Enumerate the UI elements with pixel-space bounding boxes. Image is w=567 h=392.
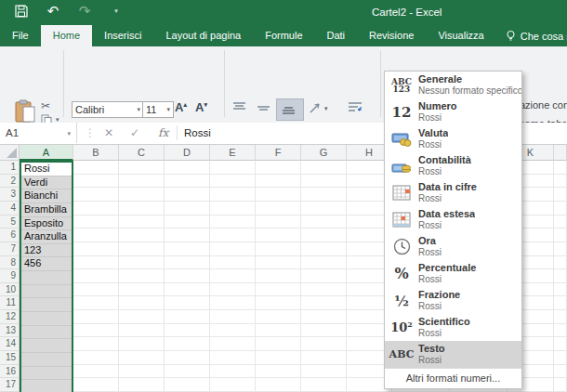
lightbulb-icon <box>506 30 516 42</box>
format-option-percentuale[interactable]: %PercentualeRossi <box>385 260 521 287</box>
format-option-numero[interactable]: 12NumeroRossi <box>385 98 521 125</box>
tab-home[interactable]: Home <box>41 25 92 46</box>
format-option-text: NumeroRossi <box>418 98 457 125</box>
fraction-format-icon: ½ <box>385 287 418 314</box>
row-header-6[interactable]: 6 <box>0 229 20 242</box>
tab-layout-di-pagina[interactable]: Layout di pagina <box>153 25 253 46</box>
redo-icon[interactable]: ↷ <box>76 3 93 20</box>
format-option-scientifico[interactable]: 102ScientificoRossi <box>385 314 521 341</box>
formula-content[interactable]: Rossi <box>184 123 211 143</box>
gridline-vertical <box>300 161 301 392</box>
tab-formule[interactable]: Formule <box>253 25 314 46</box>
cell-A5[interactable]: Esposito <box>21 217 72 231</box>
orientation-icon[interactable] <box>309 101 323 114</box>
decrease-font-icon[interactable]: A▾ <box>195 100 207 114</box>
column-header-B[interactable]: B <box>73 145 119 161</box>
more-number-formats-item[interactable]: Altri formati numeri... <box>385 368 521 388</box>
wrap-text-icon[interactable] <box>348 101 363 113</box>
cell-A12[interactable] <box>21 312 72 326</box>
font-size-arrow[interactable]: ▾ <box>166 106 170 113</box>
name-box-arrow[interactable]: ▾ <box>67 124 71 144</box>
column-header-G[interactable]: G <box>301 145 347 161</box>
middle-align-icon[interactable] <box>257 104 270 113</box>
tab-dati[interactable]: Dati <box>315 25 358 46</box>
tab-inserisci[interactable]: Inserisci <box>92 25 153 46</box>
row-header-16[interactable]: 16 <box>0 365 20 379</box>
format-option-data-estesa[interactable]: Data estesaRossi <box>385 206 521 233</box>
name-box[interactable]: A1 ▾ <box>0 123 77 143</box>
percent-format-icon: % <box>385 260 418 287</box>
row-header-14[interactable]: 14 <box>0 337 20 351</box>
cell-A15[interactable] <box>21 353 72 367</box>
format-option-contabilità[interactable]: ContabilitàRossi <box>385 152 521 179</box>
row-header-13[interactable]: 13 <box>0 324 20 338</box>
cell-A6[interactable]: Aranzulla <box>21 230 72 244</box>
format-option-subtitle: Rossi <box>418 328 470 339</box>
font-size-combo[interactable]: 11 ▾ <box>142 101 174 118</box>
column-header-A[interactable]: A <box>20 145 73 161</box>
save-icon[interactable] <box>13 3 30 20</box>
cell-A2[interactable]: Verdi <box>21 176 72 190</box>
customize-qat-icon[interactable]: ▾ <box>108 3 125 20</box>
row-header-10[interactable]: 10 <box>0 283 20 297</box>
select-all-corner[interactable] <box>0 145 20 161</box>
column-header-F[interactable]: F <box>256 145 301 161</box>
increase-font-icon[interactable]: A▴ <box>175 100 187 114</box>
cell-A7[interactable]: 123 <box>21 244 72 258</box>
format-option-title: Valuta <box>418 127 448 139</box>
undo-icon[interactable]: ↶ <box>45 3 61 20</box>
cancel-icon[interactable]: ✕ <box>104 123 113 143</box>
bottom-align-icon[interactable] <box>282 104 296 115</box>
insert-function-icon[interactable]: fx <box>158 123 168 143</box>
font-name-arrow[interactable]: ▾ <box>137 106 140 113</box>
column-header-partial[interactable] <box>554 145 567 161</box>
cell-A10[interactable] <box>21 285 72 299</box>
format-option-text: ValutaRossi <box>418 125 448 152</box>
row-header-11[interactable]: 11 <box>0 296 20 310</box>
top-align-icon[interactable] <box>232 102 246 113</box>
row-header-4[interactable]: 4 <box>0 202 20 216</box>
format-option-valuta[interactable]: ValutaRossi <box>385 125 521 152</box>
cut-icon[interactable]: ✂ <box>41 99 50 112</box>
currency-format-icon <box>385 125 418 152</box>
row-header-7[interactable]: 7 <box>0 242 20 256</box>
row-header-1[interactable]: 1 <box>0 161 20 175</box>
cell-A9[interactable] <box>21 271 72 285</box>
row-header-15[interactable]: 15 <box>0 351 20 365</box>
row-header-12[interactable]: 12 <box>0 310 20 324</box>
tab-visualizza[interactable]: Visualizza <box>426 25 495 46</box>
format-option-generale[interactable]: ABC123GeneraleNessun formato specifico <box>385 72 521 98</box>
format-option-frazione[interactable]: ½FrazioneRossi <box>385 287 521 314</box>
cell-A14[interactable] <box>21 339 72 353</box>
format-option-data-in-cifre[interactable]: Data in cifreRossi <box>385 179 521 206</box>
column-header-E[interactable]: E <box>210 145 256 161</box>
cell-A11[interactable] <box>21 298 72 312</box>
tell-me-search[interactable]: Che cosa si desidera fare? <box>498 25 567 46</box>
row-header-2[interactable]: 2 <box>0 175 20 189</box>
row-header-9[interactable]: 9 <box>0 269 20 283</box>
orientation-arrow[interactable]: ▾ <box>324 105 328 112</box>
tab-revisione[interactable]: Revisione <box>357 25 426 46</box>
cell-A8[interactable]: 456 <box>21 257 72 271</box>
column-header-D[interactable]: D <box>165 145 210 161</box>
format-option-title: Generale <box>418 73 521 85</box>
cell-A17[interactable] <box>21 380 72 392</box>
format-option-ora[interactable]: OraRossi <box>385 233 521 260</box>
row-header-3[interactable]: 3 <box>0 188 20 202</box>
row-header-8[interactable]: 8 <box>0 256 20 270</box>
cell-A3[interactable]: Bianchi <box>21 189 72 203</box>
format-option-testo[interactable]: ABCTestoRossi <box>385 341 521 368</box>
cell-A13[interactable] <box>21 326 72 340</box>
cell-A1[interactable]: Rossi <box>21 163 72 176</box>
font-name-combo[interactable]: Calibri ▾ <box>72 101 144 118</box>
number-format-icon: 12 <box>385 98 418 125</box>
row-header-5[interactable]: 5 <box>0 216 20 229</box>
cell-A16[interactable] <box>21 367 72 381</box>
tab-file[interactable]: File <box>0 25 41 46</box>
selected-column-a[interactable]: RossiVerdiBianchiBrambillaEspositoAranzu… <box>20 161 73 392</box>
column-header-C[interactable]: C <box>119 145 165 161</box>
row-header-17[interactable]: 17 <box>0 378 20 392</box>
format-option-subtitle: Rossi <box>418 139 448 150</box>
cell-A4[interactable]: Brambilla <box>21 203 72 217</box>
enter-icon[interactable]: ✓ <box>130 123 139 143</box>
